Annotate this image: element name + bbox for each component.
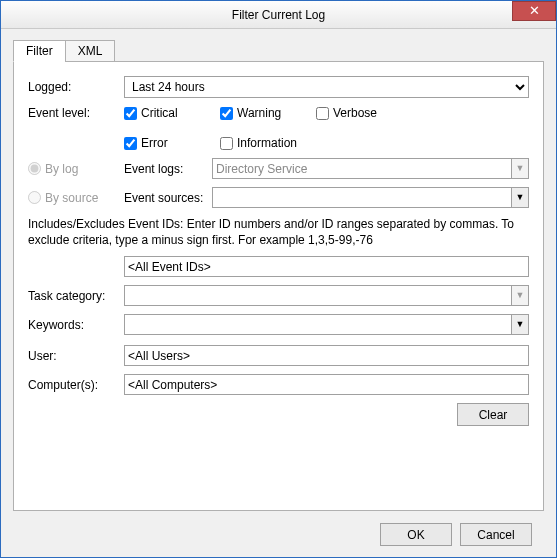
event-ids-input[interactable] (124, 256, 529, 277)
dialog-window: Filter Current Log ✕ Filter XML Logged: … (0, 0, 557, 558)
chevron-down-icon[interactable]: ▼ (511, 187, 529, 208)
keywords-combo[interactable]: ▼ (124, 314, 529, 335)
check-warning-label: Warning (237, 106, 281, 120)
event-level-group: Critical Warning Verbose Error (124, 106, 529, 150)
check-critical-input[interactable] (124, 107, 137, 120)
dialog-footer: OK Cancel (13, 511, 544, 546)
check-verbose-label: Verbose (333, 106, 377, 120)
event-sources-input[interactable] (212, 187, 511, 208)
check-information[interactable]: Information (220, 136, 328, 150)
clear-button[interactable]: Clear (457, 403, 529, 426)
tabstrip: Filter XML (13, 39, 544, 61)
label-event-sources: Event sources: (124, 191, 212, 205)
titlebar: Filter Current Log ✕ (1, 1, 556, 29)
chevron-down-icon: ▼ (511, 285, 529, 306)
chevron-down-icon: ▼ (511, 158, 529, 179)
check-warning-input[interactable] (220, 107, 233, 120)
tab-filter-label: Filter (26, 44, 53, 58)
user-input[interactable] (124, 345, 529, 366)
computers-input[interactable] (124, 374, 529, 395)
check-critical[interactable]: Critical (124, 106, 220, 120)
label-event-level: Event level: (28, 106, 124, 120)
check-verbose-input[interactable] (316, 107, 329, 120)
label-computers: Computer(s): (28, 378, 124, 392)
window-title: Filter Current Log (232, 8, 325, 22)
task-category-input (124, 285, 511, 306)
ok-button[interactable]: OK (380, 523, 452, 546)
tab-xml-label: XML (78, 44, 103, 58)
radio-by-log: By log (28, 162, 124, 176)
check-error[interactable]: Error (124, 136, 220, 150)
close-icon: ✕ (529, 3, 540, 18)
tab-xml[interactable]: XML (65, 40, 116, 62)
keywords-input[interactable] (124, 314, 511, 335)
label-user: User: (28, 349, 124, 363)
radio-by-log-input (28, 162, 41, 175)
check-warning[interactable]: Warning (220, 106, 316, 120)
radio-by-source-label: By source (45, 191, 98, 205)
label-task-category: Task category: (28, 289, 124, 303)
check-verbose[interactable]: Verbose (316, 106, 424, 120)
check-critical-label: Critical (141, 106, 178, 120)
event-sources-combo[interactable]: ▼ (212, 187, 529, 208)
radio-by-source-input (28, 191, 41, 204)
task-category-combo: ▼ (124, 285, 529, 306)
cancel-button[interactable]: Cancel (460, 523, 532, 546)
radio-by-source: By source (28, 191, 124, 205)
label-keywords: Keywords: (28, 318, 124, 332)
logged-select[interactable]: Last 24 hours (124, 76, 529, 98)
check-information-input[interactable] (220, 137, 233, 150)
content-area: Filter XML Logged: Last 24 hours Event l… (1, 29, 556, 558)
check-information-label: Information (237, 136, 297, 150)
tab-filter[interactable]: Filter (13, 40, 66, 62)
help-text: Includes/Excludes Event IDs: Enter ID nu… (28, 216, 529, 248)
label-logged: Logged: (28, 80, 124, 94)
chevron-down-icon[interactable]: ▼ (511, 314, 529, 335)
label-event-logs: Event logs: (124, 162, 212, 176)
close-button[interactable]: ✕ (512, 1, 556, 21)
event-logs-input (212, 158, 511, 179)
check-error-label: Error (141, 136, 168, 150)
event-logs-combo: ▼ (212, 158, 529, 179)
tab-panel-filter: Logged: Last 24 hours Event level: Criti… (13, 61, 544, 511)
radio-by-log-label: By log (45, 162, 78, 176)
check-error-input[interactable] (124, 137, 137, 150)
